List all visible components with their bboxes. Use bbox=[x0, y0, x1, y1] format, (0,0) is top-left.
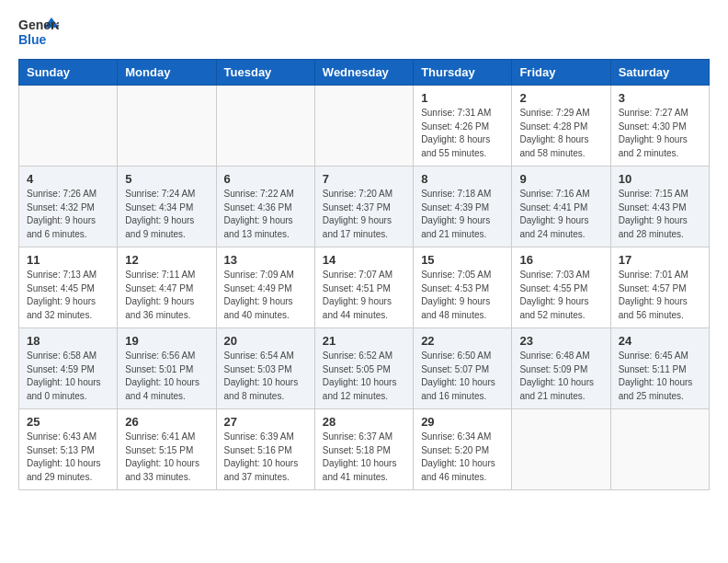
weekday-header-friday: Friday bbox=[512, 60, 610, 86]
day-info: Sunrise: 6:34 AM Sunset: 5:20 PM Dayligh… bbox=[421, 431, 504, 484]
day-number: 29 bbox=[421, 415, 504, 429]
day-info: Sunrise: 6:39 AM Sunset: 5:16 PM Dayligh… bbox=[224, 431, 307, 484]
calendar-cell bbox=[512, 409, 610, 490]
header: GeneralBlue bbox=[18, 15, 710, 50]
day-info: Sunrise: 6:43 AM Sunset: 5:13 PM Dayligh… bbox=[27, 431, 109, 484]
generalblue-logo-icon: GeneralBlue bbox=[18, 15, 59, 50]
weekday-header-sunday: Sunday bbox=[19, 60, 118, 86]
calendar-cell: 26Sunrise: 6:41 AM Sunset: 5:15 PM Dayli… bbox=[118, 409, 216, 490]
calendar-cell: 23Sunrise: 6:48 AM Sunset: 5:09 PM Dayli… bbox=[512, 328, 610, 409]
day-number: 22 bbox=[421, 334, 504, 348]
calendar-cell: 29Sunrise: 6:34 AM Sunset: 5:20 PM Dayli… bbox=[414, 409, 512, 490]
calendar-cell: 7Sunrise: 7:20 AM Sunset: 4:37 PM Daylig… bbox=[314, 167, 413, 247]
calendar-week-row: 18Sunrise: 6:58 AM Sunset: 4:59 PM Dayli… bbox=[19, 328, 710, 409]
calendar-cell: 15Sunrise: 7:05 AM Sunset: 4:53 PM Dayli… bbox=[414, 247, 512, 328]
calendar-cell bbox=[610, 409, 709, 490]
calendar-cell bbox=[19, 86, 118, 167]
calendar-cell: 9Sunrise: 7:16 AM Sunset: 4:41 PM Daylig… bbox=[512, 167, 610, 247]
day-number: 12 bbox=[125, 253, 208, 267]
day-info: Sunrise: 6:41 AM Sunset: 5:15 PM Dayligh… bbox=[125, 431, 208, 484]
day-number: 7 bbox=[323, 172, 405, 186]
day-info: Sunrise: 7:16 AM Sunset: 4:41 PM Dayligh… bbox=[519, 188, 602, 241]
day-number: 9 bbox=[519, 172, 602, 186]
day-info: Sunrise: 7:03 AM Sunset: 4:55 PM Dayligh… bbox=[519, 269, 602, 322]
calendar-cell: 10Sunrise: 7:15 AM Sunset: 4:43 PM Dayli… bbox=[610, 167, 709, 247]
calendar-cell: 17Sunrise: 7:01 AM Sunset: 4:57 PM Dayli… bbox=[610, 247, 709, 328]
day-info: Sunrise: 7:13 AM Sunset: 4:45 PM Dayligh… bbox=[27, 269, 109, 322]
calendar-cell: 21Sunrise: 6:52 AM Sunset: 5:05 PM Dayli… bbox=[314, 328, 413, 409]
day-info: Sunrise: 6:50 AM Sunset: 5:07 PM Dayligh… bbox=[421, 350, 504, 403]
day-info: Sunrise: 7:24 AM Sunset: 4:34 PM Dayligh… bbox=[125, 188, 208, 241]
svg-text:General: General bbox=[18, 17, 59, 32]
calendar-cell: 4Sunrise: 7:26 AM Sunset: 4:32 PM Daylig… bbox=[19, 167, 118, 247]
weekday-header-row: SundayMondayTuesdayWednesdayThursdayFrid… bbox=[19, 60, 710, 86]
day-number: 1 bbox=[421, 91, 504, 105]
day-number: 3 bbox=[619, 91, 701, 105]
calendar-cell: 13Sunrise: 7:09 AM Sunset: 4:49 PM Dayli… bbox=[216, 247, 314, 328]
weekday-header-wednesday: Wednesday bbox=[314, 60, 413, 86]
calendar-week-row: 25Sunrise: 6:43 AM Sunset: 5:13 PM Dayli… bbox=[19, 409, 710, 490]
day-info: Sunrise: 7:07 AM Sunset: 4:51 PM Dayligh… bbox=[323, 269, 405, 322]
calendar-week-row: 1Sunrise: 7:31 AM Sunset: 4:26 PM Daylig… bbox=[19, 86, 710, 167]
calendar-cell: 3Sunrise: 7:27 AM Sunset: 4:30 PM Daylig… bbox=[610, 86, 709, 167]
calendar-cell: 12Sunrise: 7:11 AM Sunset: 4:47 PM Dayli… bbox=[118, 247, 216, 328]
day-number: 13 bbox=[224, 253, 307, 267]
day-number: 14 bbox=[323, 253, 405, 267]
day-info: Sunrise: 7:22 AM Sunset: 4:36 PM Dayligh… bbox=[224, 188, 307, 241]
calendar-cell: 6Sunrise: 7:22 AM Sunset: 4:36 PM Daylig… bbox=[216, 167, 314, 247]
day-info: Sunrise: 6:48 AM Sunset: 5:09 PM Dayligh… bbox=[519, 350, 602, 403]
calendar-table: SundayMondayTuesdayWednesdayThursdayFrid… bbox=[18, 59, 710, 490]
day-number: 28 bbox=[323, 415, 405, 429]
calendar-cell: 18Sunrise: 6:58 AM Sunset: 4:59 PM Dayli… bbox=[19, 328, 118, 409]
calendar-week-row: 4Sunrise: 7:26 AM Sunset: 4:32 PM Daylig… bbox=[19, 167, 710, 247]
day-number: 10 bbox=[619, 172, 701, 186]
calendar-cell bbox=[216, 86, 314, 167]
day-info: Sunrise: 6:52 AM Sunset: 5:05 PM Dayligh… bbox=[323, 350, 405, 403]
day-number: 16 bbox=[519, 253, 602, 267]
weekday-header-saturday: Saturday bbox=[610, 60, 709, 86]
calendar-cell: 20Sunrise: 6:54 AM Sunset: 5:03 PM Dayli… bbox=[216, 328, 314, 409]
calendar-cell: 14Sunrise: 7:07 AM Sunset: 4:51 PM Dayli… bbox=[314, 247, 413, 328]
day-number: 25 bbox=[27, 415, 109, 429]
calendar-cell: 27Sunrise: 6:39 AM Sunset: 5:16 PM Dayli… bbox=[216, 409, 314, 490]
day-info: Sunrise: 7:26 AM Sunset: 4:32 PM Dayligh… bbox=[27, 188, 109, 241]
day-number: 24 bbox=[619, 334, 701, 348]
calendar-cell: 25Sunrise: 6:43 AM Sunset: 5:13 PM Dayli… bbox=[19, 409, 118, 490]
day-number: 4 bbox=[27, 172, 109, 186]
day-info: Sunrise: 7:01 AM Sunset: 4:57 PM Dayligh… bbox=[619, 269, 701, 322]
calendar-cell: 16Sunrise: 7:03 AM Sunset: 4:55 PM Dayli… bbox=[512, 247, 610, 328]
day-info: Sunrise: 7:18 AM Sunset: 4:39 PM Dayligh… bbox=[421, 188, 504, 241]
calendar-cell: 5Sunrise: 7:24 AM Sunset: 4:34 PM Daylig… bbox=[118, 167, 216, 247]
day-number: 5 bbox=[125, 172, 208, 186]
day-number: 21 bbox=[323, 334, 405, 348]
weekday-header-thursday: Thursday bbox=[414, 60, 512, 86]
day-info: Sunrise: 7:15 AM Sunset: 4:43 PM Dayligh… bbox=[619, 188, 701, 241]
day-info: Sunrise: 7:29 AM Sunset: 4:28 PM Dayligh… bbox=[519, 107, 602, 160]
calendar-cell: 19Sunrise: 6:56 AM Sunset: 5:01 PM Dayli… bbox=[118, 328, 216, 409]
day-number: 27 bbox=[224, 415, 307, 429]
day-number: 23 bbox=[519, 334, 602, 348]
day-number: 11 bbox=[27, 253, 109, 267]
day-info: Sunrise: 7:20 AM Sunset: 4:37 PM Dayligh… bbox=[323, 188, 405, 241]
calendar-cell: 28Sunrise: 6:37 AM Sunset: 5:18 PM Dayli… bbox=[314, 409, 413, 490]
day-info: Sunrise: 6:56 AM Sunset: 5:01 PM Dayligh… bbox=[125, 350, 208, 403]
calendar-cell bbox=[118, 86, 216, 167]
day-number: 26 bbox=[125, 415, 208, 429]
day-info: Sunrise: 6:45 AM Sunset: 5:11 PM Dayligh… bbox=[619, 350, 701, 403]
day-info: Sunrise: 7:27 AM Sunset: 4:30 PM Dayligh… bbox=[619, 107, 701, 160]
day-info: Sunrise: 7:05 AM Sunset: 4:53 PM Dayligh… bbox=[421, 269, 504, 322]
calendar-cell: 1Sunrise: 7:31 AM Sunset: 4:26 PM Daylig… bbox=[414, 86, 512, 167]
weekday-header-tuesday: Tuesday bbox=[216, 60, 314, 86]
day-info: Sunrise: 7:31 AM Sunset: 4:26 PM Dayligh… bbox=[421, 107, 504, 160]
day-number: 18 bbox=[27, 334, 109, 348]
logo: GeneralBlue bbox=[18, 15, 59, 50]
calendar-cell: 11Sunrise: 7:13 AM Sunset: 4:45 PM Dayli… bbox=[19, 247, 118, 328]
day-number: 15 bbox=[421, 253, 504, 267]
day-info: Sunrise: 6:54 AM Sunset: 5:03 PM Dayligh… bbox=[224, 350, 307, 403]
calendar-cell: 2Sunrise: 7:29 AM Sunset: 4:28 PM Daylig… bbox=[512, 86, 610, 167]
day-number: 20 bbox=[224, 334, 307, 348]
day-number: 6 bbox=[224, 172, 307, 186]
day-number: 8 bbox=[421, 172, 504, 186]
day-number: 2 bbox=[519, 91, 602, 105]
calendar-week-row: 11Sunrise: 7:13 AM Sunset: 4:45 PM Dayli… bbox=[19, 247, 710, 328]
